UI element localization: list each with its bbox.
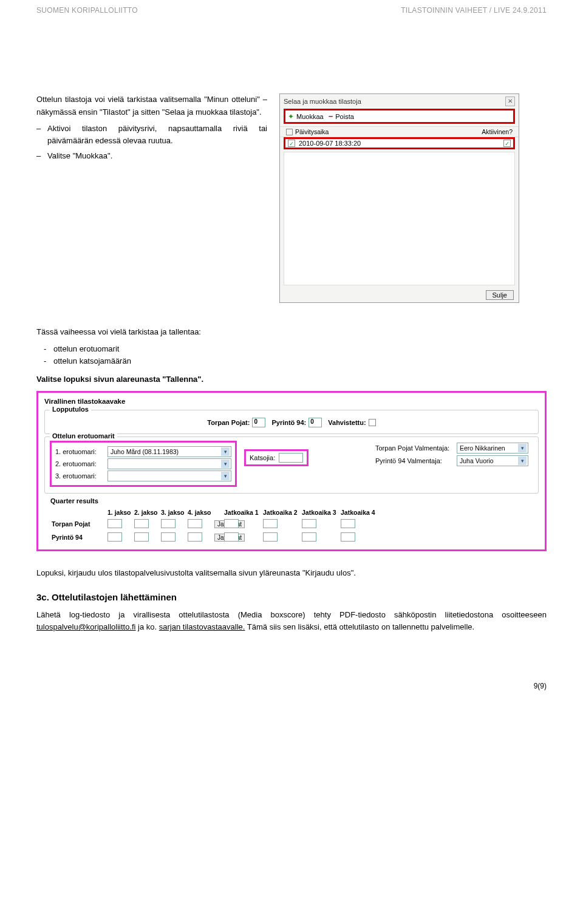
page-header: SUOMEN KORIPALLOLIITTO TILASTOINNIN VAIH… bbox=[36, 0, 547, 21]
email-link[interactable]: tulospalvelu@koripalloliitto.fi bbox=[36, 622, 136, 631]
after-p2: Lähetä log-tiedosto ja virallisesta otte… bbox=[36, 609, 547, 633]
minus-icon: − bbox=[329, 112, 333, 121]
star-icon: ✦ bbox=[288, 112, 294, 121]
lopputulos-fieldset: Lopputulos Torpan Pojat: 0 Pyrintö 94: 0… bbox=[44, 410, 539, 434]
qr-input[interactable] bbox=[224, 532, 239, 542]
qr-input[interactable] bbox=[107, 519, 122, 528]
dialog-toolbar-highlight: ✦ Muokkaa − Poista bbox=[284, 109, 515, 124]
mid-l1: ottelun erotuomarit bbox=[53, 343, 547, 355]
ref3-select[interactable]: ▾ bbox=[107, 470, 231, 481]
ot1: Jatkoaika 1 bbox=[223, 508, 262, 517]
qr-input[interactable] bbox=[341, 519, 355, 528]
ref1-value: Juho Mård (08.11.1983) bbox=[111, 448, 179, 455]
q1: 1. jakso bbox=[106, 508, 133, 517]
header-left: SUOMEN KORIPALLOLIITTO bbox=[36, 6, 138, 15]
intro-b2: Valitse "Muokkaa". bbox=[47, 150, 267, 163]
section-3c-heading: 3c. Ottelutilastojen lähettäminen bbox=[36, 590, 547, 604]
vahvistettu-label: Vahvistettu: bbox=[328, 419, 366, 426]
page-number: 9(9) bbox=[36, 682, 547, 690]
q4: 4. jakso bbox=[186, 508, 213, 517]
qr-input[interactable] bbox=[263, 532, 278, 542]
row-active-checkbox[interactable]: ✓ bbox=[503, 140, 511, 147]
qr-input[interactable] bbox=[224, 519, 239, 528]
qr-input[interactable] bbox=[161, 532, 176, 542]
form-screenshot: Virallinen tilastokaavake Lopputulos Tor… bbox=[36, 391, 547, 551]
ref2-select[interactable]: ▾ bbox=[107, 458, 231, 469]
p2c: Tämä siis sen lisäksi, että ottelutilast… bbox=[245, 622, 474, 631]
teamB-label: Pyrintö 94: bbox=[271, 419, 306, 426]
qr-input[interactable] bbox=[161, 519, 176, 528]
katsojia-highlight: Katsojia: bbox=[244, 449, 309, 466]
delete-button[interactable]: − Poista bbox=[329, 112, 354, 121]
coachB-select[interactable]: Juha Vuorio ▾ bbox=[457, 455, 528, 466]
lopputulos-legend: Lopputulos bbox=[50, 406, 91, 413]
qr-input[interactable] bbox=[302, 519, 316, 528]
dialog-title: Selaa ja muokkaa tilastoja bbox=[284, 98, 361, 105]
coachA-label: Torpan Pojat Valmentaja: bbox=[375, 444, 453, 452]
qr-rowB: Pyrintö 94 bbox=[50, 533, 106, 542]
row-timestamp: 2010-09-07 18:33:20 bbox=[295, 140, 503, 147]
erotuomarit-fieldset: Ottelun erotuomarit 1. erotuomari: Juho … bbox=[44, 437, 539, 494]
katsojia-label: Katsojia: bbox=[250, 454, 275, 461]
ot3: Jatkoaika 3 bbox=[301, 508, 339, 517]
katsojia-input[interactable] bbox=[279, 453, 303, 463]
qr-input[interactable] bbox=[134, 519, 149, 528]
chevron-down-icon: ▾ bbox=[518, 457, 527, 465]
intro-b1: Aktivoi tilaston päivitysrivi, napsautta… bbox=[47, 123, 267, 148]
after-p1: Lopuksi, kirjaudu ulos tilastopalvelusiv… bbox=[36, 567, 547, 579]
ot4: Jatkoaika 4 bbox=[339, 508, 378, 517]
col-paivitysaika: Päivitysaika bbox=[295, 128, 329, 135]
chevron-down-icon: ▾ bbox=[221, 447, 230, 456]
mid-p1: Tässä vaiheessa voi vielä tarkistaa ja t… bbox=[36, 326, 547, 338]
coachB-value: Juha Vuorio bbox=[460, 457, 494, 464]
q3: 3. jakso bbox=[160, 508, 186, 517]
qr-input[interactable] bbox=[341, 532, 355, 542]
teamA-score-input[interactable]: 0 bbox=[252, 418, 265, 427]
coachA-select[interactable]: Eero Nikkarinen ▾ bbox=[457, 443, 528, 454]
header-checkbox[interactable] bbox=[286, 129, 293, 135]
chevron-down-icon: ▾ bbox=[221, 472, 230, 480]
col-aktiivinen: Aktiivinen? bbox=[482, 128, 513, 135]
teamA-label: Torpan Pojat: bbox=[207, 419, 250, 426]
qr-input[interactable] bbox=[107, 532, 122, 542]
chevron-down-icon: ▾ bbox=[518, 444, 527, 452]
qr-input[interactable] bbox=[188, 519, 202, 528]
chevron-down-icon: ▾ bbox=[221, 460, 230, 468]
qr-input[interactable] bbox=[188, 532, 202, 542]
mid-p2: Valitse lopuksi sivun alareunasta "Talle… bbox=[36, 373, 547, 386]
edit-label: Muokkaa bbox=[296, 113, 324, 120]
intro-p1: Ottelun tilastoja voi vielä tarkistaa va… bbox=[36, 93, 267, 119]
edit-dialog: Selaa ja muokkaa tilastoja ✕ ✦ Muokkaa −… bbox=[279, 93, 519, 303]
qr-rowA: Torpan Pojat bbox=[50, 520, 106, 528]
tilastovastaava-link[interactable]: sarjan tilastovastaavalle. bbox=[159, 622, 245, 631]
edit-button[interactable]: ✦ Muokkaa bbox=[288, 112, 324, 121]
dialog-row-highlight[interactable]: ✓ 2010-09-07 18:33:20 ✓ bbox=[284, 137, 515, 149]
erotuomarit-legend: Ottelun erotuomarit bbox=[50, 432, 117, 440]
qr-input[interactable] bbox=[134, 532, 149, 542]
coachB-label: Pyrintö 94 Valmentaja: bbox=[375, 457, 453, 464]
ref1-select[interactable]: Juho Mård (08.11.1983) ▾ bbox=[107, 446, 231, 457]
vahvistettu-checkbox[interactable] bbox=[369, 419, 376, 426]
row-checkbox[interactable]: ✓ bbox=[288, 140, 295, 147]
coachA-value: Eero Nikkarinen bbox=[460, 444, 505, 452]
ref2-label: 2. erotuomari: bbox=[55, 460, 107, 467]
mid-l2: ottelun katsojamäärän bbox=[53, 355, 547, 367]
p2a: Lähetä log-tiedosto ja virallisesta otte… bbox=[36, 610, 547, 619]
quarter-results: Quarter results 1. jakso 2. jakso 3. jak… bbox=[44, 497, 539, 543]
ref1-label: 1. erotuomari: bbox=[55, 448, 107, 455]
p2b: ja ko. bbox=[136, 622, 159, 631]
qr-input[interactable] bbox=[302, 532, 316, 542]
referees-highlight: 1. erotuomari: Juho Mård (08.11.1983) ▾ … bbox=[50, 441, 237, 487]
ref3-label: 3. erotuomari: bbox=[55, 472, 107, 480]
ot2: Jatkoaika 2 bbox=[262, 508, 301, 517]
teamB-score-input[interactable]: 0 bbox=[309, 418, 322, 427]
qr-input[interactable] bbox=[263, 519, 278, 528]
q2: 2. jakso bbox=[133, 508, 160, 517]
close-icon[interactable]: ✕ bbox=[505, 97, 515, 106]
delete-label: Poista bbox=[335, 113, 354, 120]
qr-title: Quarter results bbox=[44, 497, 539, 506]
close-button[interactable]: Sulje bbox=[486, 290, 514, 300]
form-title: Virallinen tilastokaavake bbox=[38, 393, 545, 407]
header-right: TILASTOINNIN VAIHEET / LIVE 24.9.2011 bbox=[401, 6, 547, 15]
dialog-body bbox=[284, 152, 515, 285]
